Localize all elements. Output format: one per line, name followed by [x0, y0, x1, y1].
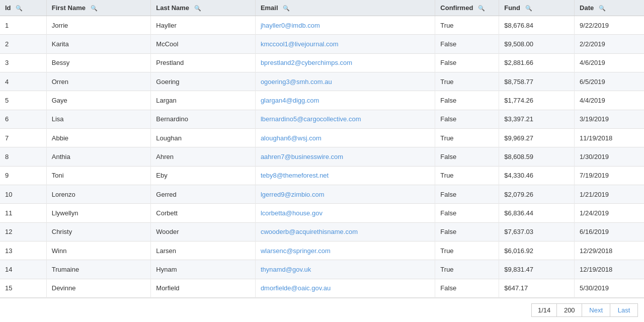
cell-date: 4/4/2019 — [575, 91, 644, 110]
table-row: 12ChristyWoodercwooderb@acquirethisname.… — [0, 222, 644, 241]
table-row: 1JorrieHayllerjhayller0@imdb.comTrue$8,6… — [0, 16, 644, 35]
email-link[interactable]: jhayller0@imdb.com — [261, 22, 320, 29]
cell-last-name: Morfield — [151, 279, 256, 297]
cell-confirmed: False — [435, 279, 499, 297]
search-icon-email[interactable]: 🔍 — [283, 5, 290, 12]
cell-confirmed: True — [435, 72, 499, 91]
cell-first-name: Christy — [46, 222, 151, 241]
cell-last-name: Bernardino — [151, 110, 256, 128]
email-link[interactable]: lbernardino5@cargocollective.com — [261, 115, 361, 123]
cell-last-name: Wooder — [151, 222, 256, 241]
next-button[interactable]: Next — [582, 303, 610, 317]
cell-confirmed: True — [435, 241, 499, 260]
cell-id: 11 — [0, 204, 46, 222]
email-link[interactable]: aloughan6@wsj.com — [261, 134, 321, 142]
col-label-last-name: Last Name — [156, 4, 189, 12]
cell-date: 11/19/2018 — [575, 128, 644, 147]
table-row: 7AbbieLoughanaloughan6@wsj.comTrue$9,969… — [0, 128, 644, 147]
cell-fund: $8,758.77 — [499, 72, 575, 91]
email-link[interactable]: ogoering3@smh.com.au — [261, 78, 332, 86]
email-link[interactable]: kmccool1@livejournal.com — [261, 40, 339, 48]
search-icon-fund[interactable]: 🔍 — [525, 5, 532, 12]
email-link[interactable]: teby8@themeforest.net — [261, 172, 329, 179]
cell-date: 3/19/2019 — [575, 110, 644, 128]
cell-first-name: Jorrie — [46, 16, 151, 35]
search-icon-first-name[interactable]: 🔍 — [91, 5, 98, 12]
cell-date: 1/30/2019 — [575, 147, 644, 166]
cell-id: 9 — [0, 166, 46, 185]
cell-fund: $8,676.84 — [499, 16, 575, 35]
cell-first-name: Abbie — [46, 128, 151, 147]
cell-fund: $9,831.47 — [499, 260, 575, 279]
cell-date: 7/19/2019 — [575, 166, 644, 185]
cell-id: 6 — [0, 110, 46, 128]
col-header-id: Id 🔍 — [0, 0, 46, 16]
cell-first-name: Gaye — [46, 91, 151, 110]
table-row: 11LlywellynCorbettlcorbetta@house.govFal… — [0, 204, 644, 222]
search-icon-date[interactable]: 🔍 — [599, 5, 606, 12]
data-table: Id 🔍 First Name 🔍 Last Name 🔍 Email 🔍 Co… — [0, 0, 644, 298]
cell-first-name: Orren — [46, 72, 151, 91]
cell-fund: $9,508.00 — [499, 35, 575, 53]
cell-confirmed: True — [435, 260, 499, 279]
cell-id: 3 — [0, 53, 46, 72]
table-row: 15DevinneMorfielddmorfielde@oaic.gov.auF… — [0, 279, 644, 297]
email-link[interactable]: lgerred9@zimbio.com — [261, 191, 325, 198]
cell-date: 2/2/2019 — [575, 35, 644, 53]
pagination-bar: 1/14 200 Next Last — [0, 298, 644, 322]
cell-last-name: Loughan — [151, 128, 256, 147]
cell-confirmed: False — [435, 35, 499, 53]
col-header-last-name: Last Name 🔍 — [151, 0, 256, 16]
cell-fund: $3,397.21 — [499, 110, 575, 128]
email-link[interactable]: glargan4@digg.com — [261, 97, 319, 104]
cell-first-name: Winn — [46, 241, 151, 260]
cell-id: 10 — [0, 185, 46, 203]
cell-last-name: Eby — [151, 166, 256, 185]
cell-confirmed: False — [435, 147, 499, 166]
email-link[interactable]: aahren7@businesswire.com — [261, 153, 343, 160]
table-row: 9ToniEbyteby8@themeforest.netTrue$4,330.… — [0, 166, 644, 185]
table-row: 10LorenzoGerredlgerred9@zimbio.comFalse$… — [0, 185, 644, 203]
cell-first-name: Lorenzo — [46, 185, 151, 203]
cell-last-name: Hayller — [151, 16, 256, 35]
cell-fund: $2,079.26 — [499, 185, 575, 203]
email-link[interactable]: dmorfielde@oaic.gov.au — [261, 284, 331, 292]
table-row: 4OrrenGoeringogoering3@smh.com.auTrue$8,… — [0, 72, 644, 91]
cell-last-name: Largan — [151, 91, 256, 110]
page-size: 200 — [557, 303, 582, 317]
email-link[interactable]: bprestland2@cyberchimps.com — [261, 59, 352, 66]
table-row: 14TrumaineHynamthynamd@gov.ukTrue$9,831.… — [0, 260, 644, 279]
table-row: 2KaritaMcCoolkmccool1@livejournal.comFal… — [0, 35, 644, 53]
cell-last-name: Corbett — [151, 204, 256, 222]
cell-confirmed: False — [435, 110, 499, 128]
cell-confirmed: False — [435, 222, 499, 241]
table-row: 8AnthiaAhrenaahren7@businesswire.comFals… — [0, 147, 644, 166]
cell-fund: $8,608.59 — [499, 147, 575, 166]
search-icon-id[interactable]: 🔍 — [16, 5, 23, 12]
cell-last-name: Larsen — [151, 241, 256, 260]
cell-date: 12/29/2018 — [575, 241, 644, 260]
email-link[interactable]: wlarsenc@springer.com — [261, 247, 331, 255]
search-icon-confirmed[interactable]: 🔍 — [478, 5, 485, 12]
table-row: 3BessyPrestlandbprestland2@cyberchimps.c… — [0, 53, 644, 72]
cell-date: 12/19/2018 — [575, 260, 644, 279]
last-button[interactable]: Last — [610, 303, 638, 317]
table-body: 1JorrieHayllerjhayller0@imdb.comTrue$8,6… — [0, 16, 644, 298]
cell-last-name: Gerred — [151, 185, 256, 203]
cell-first-name: Devinne — [46, 279, 151, 297]
cell-first-name: Llywellyn — [46, 204, 151, 222]
cell-date: 6/5/2019 — [575, 72, 644, 91]
email-link[interactable]: cwooderb@acquirethisname.com — [261, 228, 358, 235]
email-link[interactable]: lcorbetta@house.gov — [261, 209, 323, 217]
email-link[interactable]: thynamd@gov.uk — [261, 266, 311, 273]
table-row: 13WinnLarsenwlarsenc@springer.comTrue$6,… — [0, 241, 644, 260]
search-icon-last-name[interactable]: 🔍 — [194, 5, 201, 12]
cell-confirmed: False — [435, 91, 499, 110]
col-label-fund: Fund — [504, 4, 520, 12]
cell-id: 1 — [0, 16, 46, 35]
col-label-confirmed: Confirmed — [440, 4, 473, 12]
cell-last-name: Prestland — [151, 53, 256, 72]
cell-fund: $647.17 — [499, 279, 575, 297]
cell-fund: $4,330.46 — [499, 166, 575, 185]
cell-id: 8 — [0, 147, 46, 166]
